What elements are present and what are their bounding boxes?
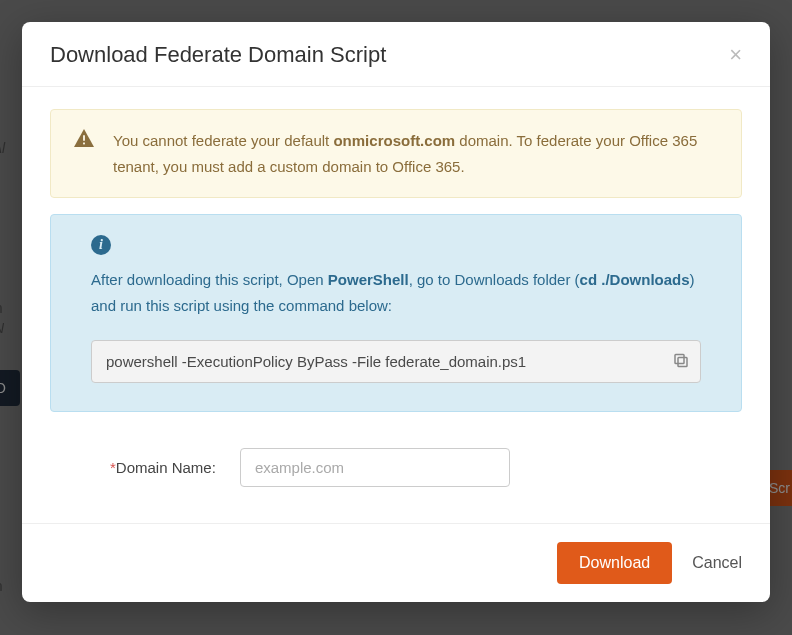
info-text-bold2: cd ./Downloads bbox=[580, 271, 690, 288]
modal-title: Download Federate Domain Script bbox=[50, 42, 386, 68]
info-icon-row: i bbox=[91, 235, 701, 255]
command-box: powershell -ExecutionPolicy ByPass -File… bbox=[91, 340, 701, 383]
warning-alert: You cannot federate your default onmicro… bbox=[50, 109, 742, 198]
info-text-pre: After downloading this script, Open bbox=[91, 271, 328, 288]
copy-button[interactable] bbox=[672, 351, 690, 372]
download-button[interactable]: Download bbox=[557, 542, 672, 584]
domain-name-input[interactable] bbox=[240, 448, 510, 487]
svg-rect-2 bbox=[678, 357, 687, 366]
svg-rect-1 bbox=[83, 143, 85, 145]
modal-header: Download Federate Domain Script × bbox=[22, 22, 770, 87]
info-text: After downloading this script, Open Powe… bbox=[91, 267, 701, 318]
close-button[interactable]: × bbox=[729, 44, 742, 66]
domain-name-row: *Domain Name: bbox=[50, 428, 742, 487]
info-alert: i After downloading this script, Open Po… bbox=[50, 214, 742, 412]
download-script-modal: Download Federate Domain Script × You ca… bbox=[22, 22, 770, 602]
modal-body: You cannot federate your default onmicro… bbox=[22, 87, 770, 523]
info-text-mid: , go to Downloads folder ( bbox=[409, 271, 580, 288]
info-text-bold1: PowerShell bbox=[328, 271, 409, 288]
domain-name-label: *Domain Name: bbox=[110, 459, 216, 476]
modal-footer: Download Cancel bbox=[22, 523, 770, 602]
domain-name-label-text: Domain Name: bbox=[116, 459, 216, 476]
cancel-button[interactable]: Cancel bbox=[692, 554, 742, 572]
info-icon: i bbox=[91, 235, 111, 255]
warning-icon bbox=[73, 128, 95, 179]
warning-text: You cannot federate your default onmicro… bbox=[113, 128, 719, 179]
command-text: powershell -ExecutionPolicy ByPass -File… bbox=[106, 353, 526, 370]
warning-text-bold: onmicrosoft.com bbox=[333, 132, 455, 149]
warning-text-pre: You cannot federate your default bbox=[113, 132, 333, 149]
svg-rect-0 bbox=[83, 135, 85, 140]
svg-rect-3 bbox=[675, 354, 684, 363]
